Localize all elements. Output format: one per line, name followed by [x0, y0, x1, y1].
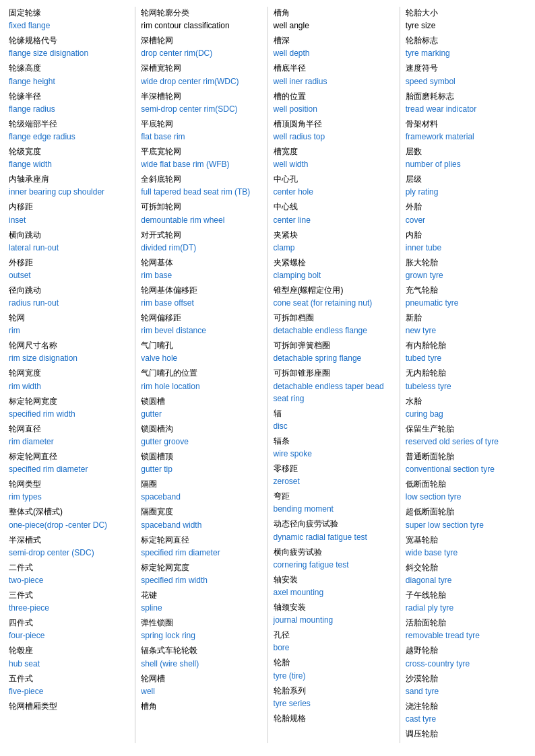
chinese-term: 辐条 — [274, 435, 394, 448]
chinese-term: 可拆卸轮网 — [141, 201, 261, 213]
chinese-term: 超低断面轮胎 — [406, 506, 526, 518]
column-3: 槽角well angle槽深well depth槽底半径well iner ra… — [268, 7, 400, 743]
english-term: specified rim diameter — [9, 463, 129, 475]
term-group: 中心线center line — [274, 201, 394, 226]
english-term: demountable rim wheel — [141, 214, 261, 226]
term-group: 超低断面轮胎super low section tyre — [406, 506, 526, 530]
english-term: diagonal tyre — [406, 574, 526, 586]
english-term: one-piece(drop -center DC) — [9, 519, 129, 531]
english-term: clamping bolt — [274, 269, 394, 281]
chinese-term: 充气轮胎 — [406, 284, 526, 297]
english-term: zeroset — [274, 475, 394, 487]
term-group: 半深槽轮网semi-drop center rim(SDC) — [141, 90, 261, 115]
english-term: specified rim width — [141, 574, 261, 586]
term-group: 槽角 — [141, 700, 261, 713]
english-term: rim base — [141, 269, 261, 281]
english-term: tyre marking — [406, 47, 526, 59]
chinese-term: 沙漠轮胎 — [406, 673, 526, 685]
term-group: 可拆卸弹簧档圈detachable spring flange — [274, 339, 394, 364]
chinese-term: 胀大轮胎 — [406, 256, 526, 269]
chinese-term: 斜交轮胎 — [406, 561, 526, 574]
english-term: cross-country tyre — [406, 658, 526, 670]
english-term: detachable spring flange — [274, 352, 394, 364]
term-group: 轮缘高度flange height — [9, 62, 129, 87]
term-group: 全斜底轮网full tapered bead seat rim (TB) — [141, 173, 261, 198]
chinese-term: 辐条式车轮轮毂 — [141, 644, 261, 657]
english-term: axel mounting — [274, 586, 394, 598]
english-term: flange size disignation — [9, 47, 129, 59]
chinese-term: 标定轮网直径 — [9, 450, 129, 463]
chinese-term: 无内胎轮胎 — [406, 367, 526, 380]
english-term: tyre series — [274, 697, 394, 710]
term-group: 外胎cover — [406, 201, 526, 226]
main-content: 固定轮缘fixed flange轮缘规格代号flange size disign… — [0, 0, 535, 750]
term-group: 轮网rim — [9, 312, 129, 337]
term-group: 弹性锁圈spring lock ring — [141, 617, 261, 642]
english-term: well depth — [274, 47, 394, 59]
term-group: 槽顶圆角半径well radius top — [274, 118, 394, 143]
english-term: tread wear indicator — [406, 103, 526, 115]
chinese-term: 子午线轮胎 — [406, 589, 526, 602]
chinese-term: 轮网直径 — [9, 423, 129, 436]
english-term: journal mounting — [274, 614, 394, 626]
english-term: rim contour classification — [141, 20, 261, 32]
chinese-term: 轮级端部半径 — [9, 118, 129, 131]
term-group: 五件式five-piece — [9, 673, 129, 697]
chinese-term: 越野轮胎 — [406, 644, 526, 657]
chinese-term: 锁圆槽沟 — [141, 423, 261, 436]
term-group: 深槽轮网drop center rim(DC) — [141, 34, 261, 59]
term-group: 标定轮网直径specified rim diameter — [9, 450, 129, 475]
term-group: 标定轮网宽度specified rim width — [141, 561, 261, 586]
english-term: tubeless tyre — [406, 380, 526, 392]
english-term: flange width — [9, 158, 129, 170]
term-group: 轮级端部半径flange edge radius — [9, 118, 129, 143]
english-term: gutter — [141, 408, 261, 420]
english-term: flange edge radius — [9, 131, 129, 143]
chinese-term: 气门嘴孔的位置 — [141, 367, 261, 380]
english-term: drop center rim(DC) — [141, 47, 261, 59]
english-term: tubed tyre — [406, 352, 526, 364]
english-term: inset — [9, 214, 129, 226]
english-term: semi-drop center (SDC) — [9, 547, 129, 559]
chinese-term: 弯距 — [274, 490, 394, 503]
term-group: 锁圆槽gutter — [141, 395, 261, 420]
chinese-term: 可拆卸档圈 — [274, 312, 394, 324]
term-group: 内胎inner tube — [406, 229, 526, 254]
term-group: 内移距inset — [9, 201, 129, 226]
chinese-term: 速度符号 — [406, 62, 526, 75]
chinese-term: 标定轮网宽度 — [9, 395, 129, 408]
english-term: center line — [274, 214, 394, 226]
term-group: 辐条式车轮轮毂shell (wire shell) — [141, 644, 261, 669]
term-group: 锥型座(螺帽定位用)cone seat (for retaining nut) — [274, 284, 394, 309]
chinese-term: 外胎 — [406, 201, 526, 213]
term-group: 轮胎大小tyre size — [406, 7, 526, 32]
chinese-term: 保留生产轮胎 — [406, 423, 526, 436]
term-group: 槽的位置well position — [274, 90, 394, 115]
term-group: 辐条wire spoke — [274, 435, 394, 460]
chinese-term: 轮缘规格代号 — [9, 34, 129, 47]
chinese-term: 骨架材料 — [406, 118, 526, 131]
chinese-term: 固定轮缘 — [9, 7, 129, 20]
chinese-term: 轮胎标志 — [406, 34, 526, 47]
english-term: semi-drop center rim(SDC) — [141, 103, 261, 115]
term-group: 轮网基体rim base — [141, 256, 261, 281]
term-group: 可拆卸轮网demountable rim wheel — [141, 201, 261, 226]
chinese-term: 低断面轮胎 — [406, 478, 526, 491]
english-term: wide base tyre — [406, 547, 526, 559]
english-term: framework material — [406, 131, 526, 143]
term-group: 隔圈宽度spaceband width — [141, 506, 261, 530]
chinese-term: 轮胎 — [274, 656, 394, 669]
english-term: valve hole — [141, 352, 261, 364]
chinese-term: 轴安装 — [274, 574, 394, 586]
english-term: removable tread tyre — [406, 629, 526, 642]
english-term: radial ply tyre — [406, 602, 526, 614]
chinese-term: 轮胎规格 — [274, 712, 394, 725]
term-group: 普通断面轮胎conventional section tyre — [406, 450, 526, 475]
english-term: clamp — [274, 242, 394, 254]
chinese-term: 动态径向疲劳试验 — [274, 518, 394, 530]
english-term: super low section tyre — [406, 519, 526, 531]
term-group: 宽基轮胎wide base tyre — [406, 534, 526, 559]
term-group: 无内胎轮胎tubeless tyre — [406, 367, 526, 392]
chinese-term: 轮网基体偏移距 — [141, 284, 261, 297]
chinese-term: 普通断面轮胎 — [406, 450, 526, 463]
